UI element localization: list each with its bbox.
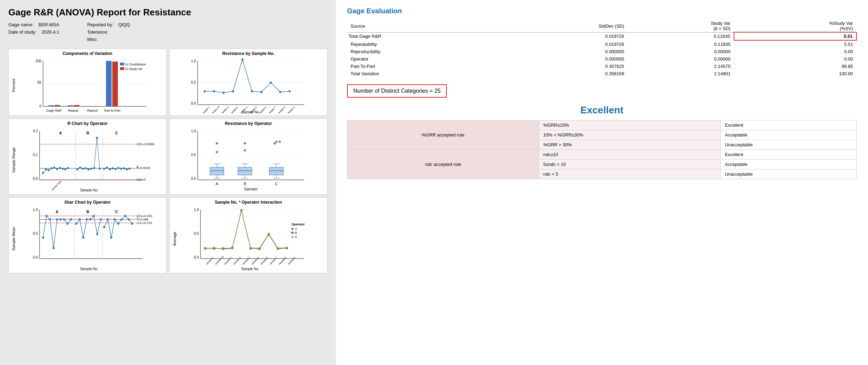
svg-point-149 <box>52 247 55 249</box>
svg-point-32 <box>223 92 225 94</box>
svg-point-169 <box>124 215 126 217</box>
svg-text:sample 3: sample 3 <box>230 106 239 113</box>
cell-pct-sv: 99.85 <box>734 63 856 70</box>
eval-condition: %GRR≤10% <box>539 120 720 130</box>
xbar-chart-svg: 1.0 0.5 0.0 A B C <box>17 206 163 271</box>
svg-text:sample 9: sample 9 <box>287 257 296 266</box>
interaction-chart-area: Average 1.0 0.5 0.0 <box>172 206 324 271</box>
svg-point-69 <box>56 168 58 170</box>
svg-text:sample 1: sample 1 <box>202 106 211 113</box>
date-label: Date of study: <box>8 29 36 35</box>
svg-text:0: 0 <box>39 104 41 108</box>
cell-source: Operator <box>347 55 498 63</box>
svg-point-164 <box>107 218 109 220</box>
svg-text:R̄=0.0220: R̄=0.0220 <box>136 166 150 170</box>
svg-text:sample 1: sample 1 <box>205 257 214 266</box>
svg-point-81 <box>96 137 98 139</box>
distinct-categories-text: Number of Distinct Categories = 25 <box>353 88 440 94</box>
svg-text:0.0: 0.0 <box>33 255 38 259</box>
cell-source: Part-To-Part <box>347 63 498 70</box>
eval-result: Excellent <box>720 120 856 130</box>
eval-result: Excellent <box>720 150 856 160</box>
svg-text:0.5: 0.5 <box>194 232 199 236</box>
svg-rect-105 <box>210 167 224 175</box>
svg-rect-19 <box>120 63 124 65</box>
components-chart-box: Components of Variation Percent 100 50 0 <box>8 49 167 116</box>
svg-point-146 <box>42 237 44 239</box>
svg-rect-121 <box>269 167 283 175</box>
svg-point-154 <box>70 218 72 220</box>
components-svg-wrapper: 100 50 0 <box>17 57 163 113</box>
r-chart-ylabel: Sample Range <box>12 147 16 173</box>
xbar-chart-title: Xbar Chart by Operator <box>12 200 163 205</box>
reported-by-label: Reported by: <box>87 22 113 27</box>
interaction-svg: 1.0 0.5 0.0 <box>178 206 324 271</box>
svg-point-155 <box>75 223 77 225</box>
svg-point-162 <box>100 218 102 220</box>
svg-text:sample 6: sample 6 <box>260 257 269 266</box>
svg-rect-7 <box>48 105 54 106</box>
svg-text:✳: ✳ <box>243 148 247 153</box>
cell-study-var: 2.14575 <box>628 63 734 70</box>
col-stddev: StdDev (SD) <box>498 20 628 32</box>
svg-text:Sample No.: Sample No. <box>242 110 260 113</box>
meta-right: Reported by: QiQQ Tolerance: Misc: <box>87 21 130 43</box>
svg-rect-12 <box>93 106 99 106</box>
svg-rect-10 <box>74 105 79 106</box>
cell-pct-sv: 0.00 <box>734 55 856 63</box>
cell-source: Reproducibility <box>347 48 498 55</box>
cell-study-var: 0.11835 <box>628 32 734 40</box>
r-chart-svg-wrapper: 0.2 0.1 0.0 A B C <box>17 127 163 192</box>
svg-point-168 <box>121 218 123 220</box>
cell-study-var: 0.00000 <box>628 48 734 55</box>
svg-text:B: B <box>295 231 297 234</box>
col-pct-sv: %Study Var(%SV) <box>734 20 856 32</box>
eval-result: Unacceptable <box>720 169 856 179</box>
svg-point-91 <box>126 168 128 170</box>
cell-pct-sv: 5.51 <box>734 32 856 40</box>
svg-point-87 <box>114 168 117 170</box>
cell-study-var: 0.00000 <box>628 55 734 63</box>
gage-name-value: BER-MSA <box>38 22 59 27</box>
eval-result: Acceptable <box>720 160 856 169</box>
svg-text:0.0: 0.0 <box>191 101 196 105</box>
svg-rect-11 <box>87 106 92 106</box>
svg-point-82 <box>99 168 101 170</box>
svg-rect-113 <box>238 167 252 175</box>
eval-result: Acceptable <box>720 130 856 140</box>
svg-text:0.5: 0.5 <box>191 153 196 157</box>
svg-rect-13 <box>106 61 112 106</box>
svg-point-170 <box>128 218 130 220</box>
cell-source: Total Variation <box>347 70 498 77</box>
table-header-row: Source StdDev (SD) Study Var(6 × SD) %St… <box>347 20 856 32</box>
components-chart-area: Percent 100 50 0 <box>12 57 163 113</box>
interaction-ylabel: Average <box>172 232 177 246</box>
cell-stddev: 0.000000 <box>498 55 628 63</box>
svg-point-80 <box>93 167 95 169</box>
svg-text:sample 2: sample 2 <box>224 257 233 266</box>
resistance-operator-svg: 1.0 0.5 0.0 <box>172 127 324 192</box>
svg-text:sample 9: sample 9 <box>287 106 296 113</box>
interaction-svg-wrapper: 1.0 0.5 0.0 <box>178 206 324 271</box>
svg-point-74 <box>76 168 78 170</box>
meta-left: Gage name: BER-MSA Date of study: 2020.4… <box>8 21 59 43</box>
svg-marker-218 <box>291 236 294 238</box>
report-title: Gage R&R (ANOVA) Report for Resistance <box>8 7 327 18</box>
svg-text:0.0: 0.0 <box>191 177 196 181</box>
r-chart-area: Sample Range 0.2 0.1 0.0 <box>12 127 163 192</box>
ndc-rule-label: ndc accepted rule <box>347 150 539 179</box>
svg-point-73 <box>67 167 69 169</box>
resistance-sample-area: 1.0 0.5 0.0 <box>172 57 324 113</box>
svg-point-167 <box>117 223 119 225</box>
svg-text:A: A <box>59 131 62 135</box>
svg-point-214 <box>291 228 294 230</box>
cell-pct-sv: 100.00 <box>734 70 856 77</box>
eval-rules-table: %GRR accepted rule%GRR≤10%Excellent10% <… <box>347 120 857 179</box>
svg-point-159 <box>89 218 91 220</box>
svg-point-31 <box>213 90 215 92</box>
svg-text:Operator: Operator <box>291 223 305 226</box>
svg-point-88 <box>117 167 119 169</box>
xbar-chart-box: Xbar Chart by Operator Sample Mean 1.0 0… <box>8 197 167 273</box>
svg-point-165 <box>110 237 112 239</box>
svg-point-66 <box>48 169 50 171</box>
